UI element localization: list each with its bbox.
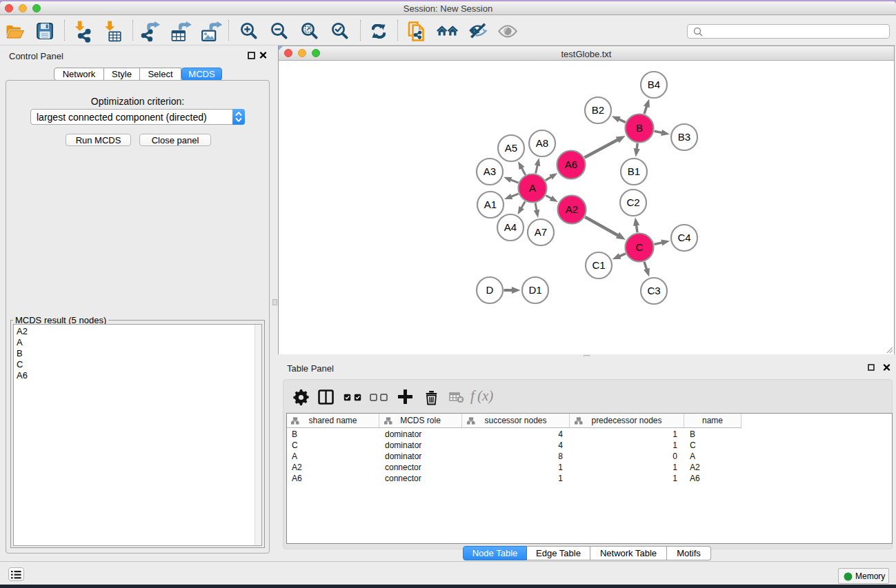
svg-text:A7: A7 [535, 226, 547, 238]
svg-text:B3: B3 [678, 131, 690, 143]
svg-text:D1: D1 [528, 284, 541, 296]
svg-text:B1: B1 [628, 165, 640, 177]
svg-text:A8: A8 [536, 137, 548, 149]
svg-text:B2: B2 [592, 104, 604, 116]
svg-text:D: D [486, 284, 494, 296]
svg-text:A4: A4 [504, 221, 517, 233]
svg-text:A6: A6 [565, 159, 577, 170]
svg-text:f (x): f (x) [470, 389, 493, 404]
svg-text:C2: C2 [626, 196, 639, 208]
svg-text:A5: A5 [505, 142, 517, 154]
svg-text:C1: C1 [592, 259, 605, 271]
svg-text:A2: A2 [566, 203, 578, 215]
svg-text:B4: B4 [648, 79, 660, 90]
svg-text:A: A [529, 182, 536, 194]
svg-text:C: C [636, 241, 644, 253]
svg-text:B: B [636, 122, 643, 134]
svg-text:C3: C3 [647, 285, 660, 296]
svg-text:C4: C4 [677, 232, 690, 243]
svg-text:A1: A1 [484, 199, 497, 210]
svg-text:A3: A3 [484, 165, 496, 177]
